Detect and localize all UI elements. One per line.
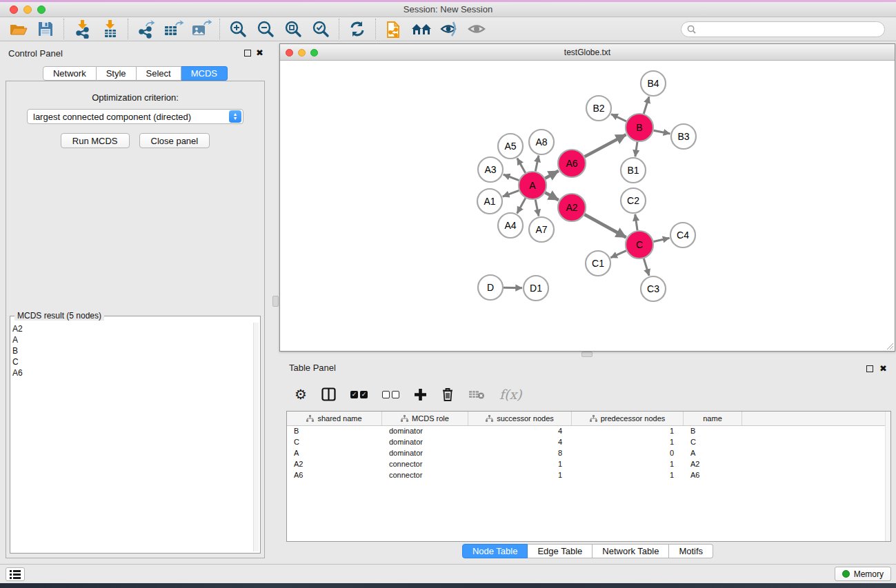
table-tabs: Node TableEdge TableNetwork TableMotifs	[279, 544, 896, 558]
tab-style[interactable]: Style	[97, 66, 137, 81]
edge-A-A2[interactable]	[545, 192, 559, 200]
mcds-result-item[interactable]: B	[12, 345, 252, 356]
show-all-button[interactable]	[463, 18, 490, 40]
close-network-window-button[interactable]	[286, 49, 293, 57]
table-settings-button[interactable]: ⚙	[295, 387, 307, 401]
import-network-button[interactable]	[68, 18, 96, 40]
optimization-criterion-select[interactable]: largest connected component (directed) ▲…	[27, 109, 243, 124]
houses-icon	[410, 21, 432, 37]
import-table-button[interactable]	[96, 18, 123, 40]
delete-column-button[interactable]	[441, 387, 454, 401]
search-field[interactable]	[681, 21, 885, 37]
close-panel-button[interactable]: Close panel	[139, 133, 210, 148]
mcds-result-item[interactable]: A2	[12, 323, 252, 334]
table-cell: 1	[468, 470, 572, 481]
delete-table-button[interactable]	[468, 389, 485, 400]
tab-select[interactable]: Select	[137, 66, 181, 81]
float-panel-icon[interactable]	[244, 50, 251, 57]
node-label-B1: B1	[627, 165, 639, 176]
network-window-titlebar[interactable]: testGlobe.txt	[280, 44, 895, 61]
table-row[interactable]: Cdominator41C	[287, 437, 890, 448]
tab-network-table[interactable]: Network Table	[593, 544, 669, 558]
vertical-splitter-handle[interactable]	[272, 296, 279, 307]
zoom-window-button[interactable]	[37, 6, 46, 14]
column-header-shared-name[interactable]: shared name	[287, 412, 382, 425]
refresh-button[interactable]	[344, 18, 371, 40]
search-input[interactable]	[699, 24, 879, 34]
edge-B-B2[interactable]	[611, 114, 626, 121]
zoom-fit-button[interactable]	[279, 18, 307, 40]
edge-B-B3[interactable]	[654, 130, 670, 134]
window-resize-grip[interactable]	[885, 341, 894, 350]
edge-A-A5[interactable]	[517, 158, 526, 172]
add-column-button[interactable]	[414, 388, 427, 401]
plus-icon	[414, 388, 427, 401]
mcds-result-scrollbar[interactable]	[253, 323, 259, 551]
export-table-button[interactable]	[160, 18, 188, 40]
tab-node-table[interactable]: Node Table	[462, 544, 528, 558]
column-header-name[interactable]: name	[684, 412, 742, 425]
tab-network[interactable]: Network	[43, 66, 97, 81]
edge-C-C2[interactable]	[635, 214, 637, 230]
table-row[interactable]: Bdominator41B	[287, 426, 890, 437]
minimize-network-window-button[interactable]	[298, 49, 306, 57]
table-row[interactable]: A6connector11A6	[287, 470, 890, 481]
edge-C-C4[interactable]	[653, 238, 669, 241]
export-network-button[interactable]	[132, 18, 160, 40]
table-row[interactable]: A2connector11A2	[287, 459, 890, 470]
memory-button[interactable]: Memory	[835, 567, 891, 581]
unchecked-box-icon	[392, 391, 399, 398]
close-panel-icon[interactable]: ✖	[256, 48, 263, 57]
edge-A-A8[interactable]	[535, 156, 539, 172]
table-row[interactable]: Adominator80A	[287, 448, 890, 459]
first-neighbors-button[interactable]	[408, 18, 435, 40]
edge-C-C1[interactable]	[610, 251, 626, 258]
zoom-out-button[interactable]	[252, 18, 279, 40]
minimize-window-button[interactable]	[23, 6, 32, 14]
toolbar-separator	[375, 19, 376, 39]
edge-B-B1[interactable]	[635, 142, 637, 156]
select-all-columns-button[interactable]: ✓ ✓	[350, 391, 368, 398]
float-table-panel-icon[interactable]	[866, 365, 873, 372]
tab-mcds[interactable]: MCDS	[181, 66, 228, 81]
column-type-icon	[486, 415, 493, 422]
close-table-panel-icon[interactable]: ✖	[879, 364, 887, 373]
close-window-button[interactable]	[10, 6, 18, 14]
unselect-all-columns-button[interactable]	[382, 391, 399, 398]
horizontal-splitter-handle[interactable]	[581, 352, 593, 357]
edge-A-A1[interactable]	[503, 190, 519, 196]
edge-A-A4[interactable]	[517, 198, 526, 213]
edge-A-A3[interactable]	[504, 174, 519, 181]
tab-motifs[interactable]: Motifs	[669, 544, 713, 558]
mcds-result-item[interactable]: C	[12, 356, 252, 367]
edge-A2-C[interactable]	[584, 214, 626, 237]
column-header-MCDS-role[interactable]: MCDS role	[382, 412, 468, 425]
zoom-selected-button[interactable]	[307, 18, 335, 40]
table-cell: A6	[287, 470, 382, 481]
edge-A6-B[interactable]	[585, 134, 626, 156]
column-header-predecessor-nodes[interactable]: predecessor nodes	[572, 412, 684, 425]
zoom-network-window-button[interactable]	[310, 49, 318, 57]
hide-selected-button[interactable]	[435, 18, 463, 40]
network-canvas[interactable]: B4B2BB3A8A5A6A3B1AA1C2A2A4A7C4CC1C3DD1	[280, 61, 895, 351]
mcds-result-item[interactable]: A	[12, 334, 252, 345]
function-builder-button[interactable]: f(x)	[499, 387, 522, 402]
column-panel-button[interactable]	[321, 387, 336, 401]
column-header-successor-nodes[interactable]: successor nodes	[468, 412, 572, 425]
table-scrollbar[interactable]	[885, 412, 890, 541]
edge-A-A6[interactable]	[545, 171, 559, 179]
edge-C-C3[interactable]	[644, 258, 649, 276]
save-session-button[interactable]	[32, 18, 59, 40]
open-file-button[interactable]	[4, 18, 32, 40]
task-history-button[interactable]	[6, 567, 25, 581]
mcds-result-list[interactable]: A2ABCA6	[12, 323, 252, 551]
new-network-from-selection-button[interactable]	[380, 18, 408, 40]
tab-edge-table[interactable]: Edge Table	[528, 544, 593, 558]
mcds-result-item[interactable]: A6	[12, 367, 252, 378]
run-mcds-button[interactable]: Run MCDS	[61, 133, 130, 148]
edge-B-B4[interactable]	[644, 97, 649, 114]
edge-A-A7[interactable]	[535, 200, 539, 216]
zoom-in-button[interactable]	[224, 18, 252, 40]
export-image-button[interactable]	[188, 18, 215, 40]
fx-icon: f(x)	[499, 387, 522, 402]
